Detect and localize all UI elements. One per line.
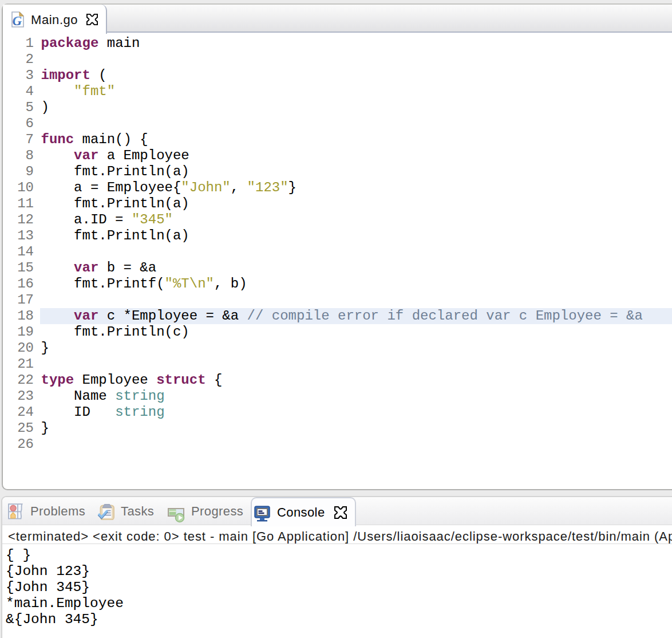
svg-text:G: G	[13, 14, 22, 27]
